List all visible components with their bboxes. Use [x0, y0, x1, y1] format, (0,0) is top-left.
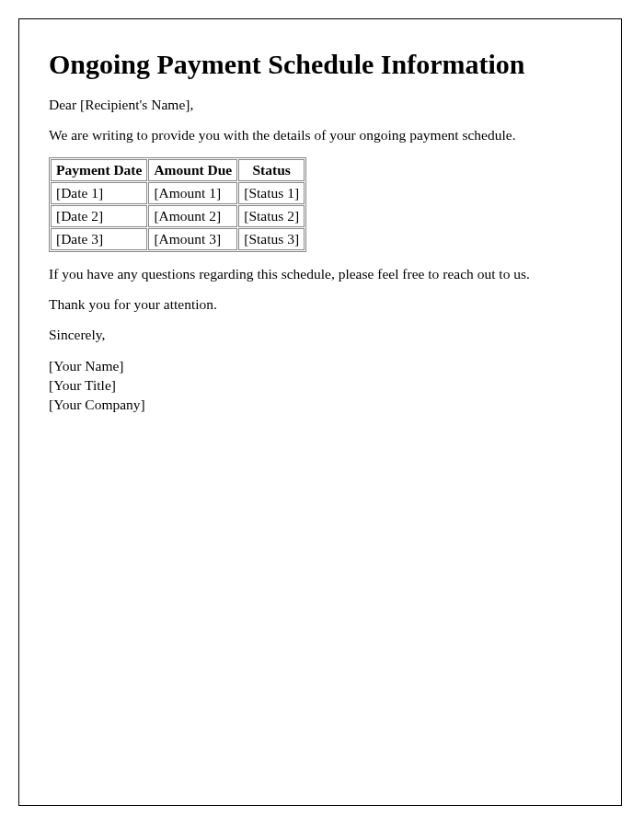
cell-date: [Date 2] [51, 205, 147, 227]
signature-block: [Your Name] [Your Title] [Your Company] [49, 357, 592, 415]
cell-status: [Status 2] [238, 205, 305, 227]
cell-amount: [Amount 2] [148, 205, 237, 227]
cell-date: [Date 3] [51, 228, 147, 250]
cell-status: [Status 3] [238, 228, 305, 250]
signature-title: [Your Title] [49, 377, 116, 393]
col-header-payment-date: Payment Date [51, 159, 147, 181]
signature-name: [Your Name] [49, 358, 124, 374]
payment-schedule-table: Payment Date Amount Due Status [Date 1] … [49, 157, 306, 252]
letter-page: Ongoing Payment Schedule Information Dea… [18, 18, 622, 806]
table-row: [Date 3] [Amount 3] [Status 3] [51, 228, 305, 250]
cell-status: [Status 1] [238, 182, 305, 204]
greeting-line: Dear [Recipient's Name], [49, 97, 592, 113]
intro-paragraph: We are writing to provide you with the d… [49, 127, 592, 144]
table-row: [Date 1] [Amount 1] [Status 1] [51, 182, 305, 204]
signature-company: [Your Company] [49, 397, 145, 412]
thanks-line: Thank you for your attention. [49, 296, 592, 313]
col-header-amount-due: Amount Due [148, 159, 237, 181]
followup-paragraph: If you have any questions regarding this… [49, 266, 592, 282]
cell-amount: [Amount 3] [148, 228, 237, 250]
col-header-status: Status [238, 159, 305, 181]
table-header-row: Payment Date Amount Due Status [51, 159, 305, 181]
cell-amount: [Amount 1] [148, 182, 237, 204]
cell-date: [Date 1] [51, 182, 147, 204]
page-title: Ongoing Payment Schedule Information [49, 49, 592, 80]
signoff-line: Sincerely, [49, 327, 592, 343]
table-row: [Date 2] [Amount 2] [Status 2] [51, 205, 305, 227]
